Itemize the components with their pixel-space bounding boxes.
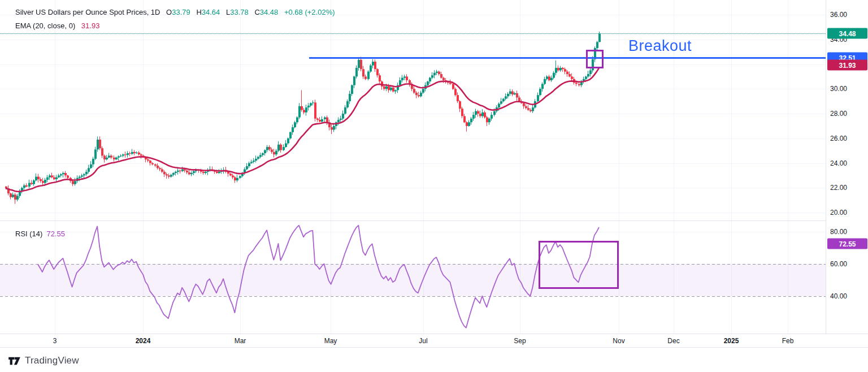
price-tick-label: 30.00 [830, 85, 847, 93]
tradingview-logo-text: TradingView [25, 355, 79, 366]
low-value: 33.78 [230, 8, 249, 16]
rsi-label: RSI (14) [15, 230, 42, 238]
price-scale[interactable]: 34.48 32.51 31.93 72.55 36.0034.0032.003… [826, 0, 868, 334]
time-tick-label: 3 [53, 337, 57, 345]
symbol-legend[interactable]: Silver US Dollars per Ounce Spot Prices,… [15, 8, 335, 16]
close-value: 34.48 [260, 8, 279, 16]
time-tick-label: Sep [514, 337, 526, 345]
time-tick-label: Dec [667, 337, 679, 345]
breakout-level-line[interactable] [309, 57, 826, 59]
rsi-value: 72.55 [46, 230, 65, 238]
open-label: O [166, 8, 172, 16]
time-tick-label: 2025 [724, 337, 739, 345]
tradingview-chart: Silver US Dollars per Ounce Spot Prices,… [0, 0, 868, 372]
time-tick-label: Mar [235, 337, 246, 345]
breakout-text-drawing[interactable]: Breakout [628, 37, 692, 55]
high-value: 34.64 [202, 8, 220, 16]
highlight-box-rsi[interactable] [539, 241, 619, 289]
ema-label: EMA (20, close, 0) [15, 21, 75, 30]
rsi-tick-label: 60.00 [830, 260, 847, 268]
rsi-value-badge: 72.55 [827, 239, 867, 249]
open-value: 33.79 [172, 8, 190, 16]
rsi-tick-label: 80.00 [830, 228, 847, 236]
price-tick-label: 22.00 [830, 184, 847, 192]
tradingview-logo[interactable]: TradingView [8, 355, 79, 366]
price-tick-label: 20.00 [830, 209, 847, 217]
chart-canvas[interactable] [0, 0, 868, 372]
last-price-dotted-line [0, 33, 826, 34]
time-scale[interactable]: 32024MarMayJulSepNovDec2025Feb [0, 334, 868, 348]
ema-legend[interactable]: EMA (20, close, 0) 31.93 [15, 21, 99, 30]
price-tick-label: 24.00 [830, 159, 847, 167]
price-tick-label: 36.00 [830, 11, 847, 19]
ema-value: 31.93 [81, 21, 100, 30]
time-tick-label: Feb [782, 337, 794, 345]
change-value: +0.68 (+2.02%) [284, 8, 335, 16]
time-tick-label: Jul [419, 337, 427, 345]
close-label: C [254, 8, 259, 16]
last-price-badge: 34.48 [827, 28, 867, 39]
symbol-title: Silver US Dollars per Ounce Spot Prices,… [15, 8, 160, 16]
time-tick-label: May [324, 337, 337, 345]
ema-value-badge: 31.93 [827, 60, 867, 71]
price-tick-label: 28.00 [830, 110, 847, 118]
time-tick-label: Nov [613, 337, 624, 345]
time-tick-label: 2024 [136, 337, 151, 345]
high-label: H [196, 8, 201, 16]
pane-divider[interactable] [0, 220, 826, 221]
rsi-legend[interactable]: RSI (14)72.55 [15, 230, 65, 238]
rsi-tick-label: 40.00 [830, 292, 847, 300]
tradingview-logo-icon [8, 356, 21, 366]
highlight-box-price[interactable] [586, 50, 604, 68]
price-tick-label: 26.00 [830, 135, 847, 142]
